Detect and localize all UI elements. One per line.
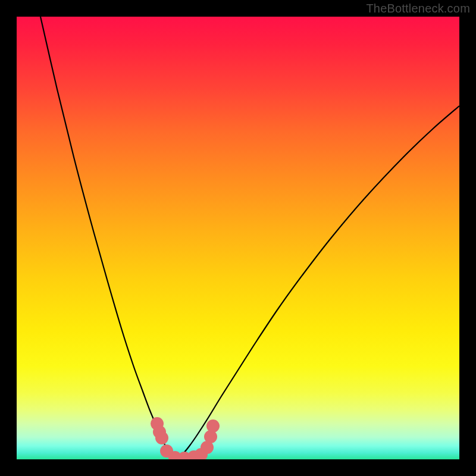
outer-frame: TheBottleneck.com bbox=[0, 0, 476, 476]
cluster-point bbox=[206, 419, 220, 433]
curve-right-branch bbox=[176, 106, 459, 458]
bottom-cluster-points bbox=[151, 417, 220, 459]
curve-left-branch bbox=[40, 17, 176, 458]
watermark-text: TheBottleneck.com bbox=[366, 2, 470, 15]
bottleneck-curve-svg bbox=[17, 17, 459, 459]
plot-area bbox=[17, 17, 459, 459]
cluster-point bbox=[155, 431, 168, 444]
